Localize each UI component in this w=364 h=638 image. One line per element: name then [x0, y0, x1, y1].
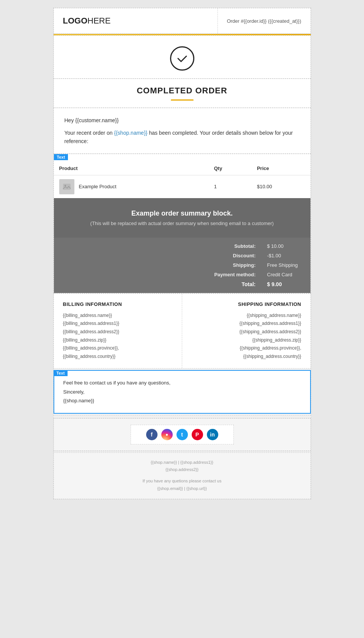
facebook-icon[interactable]: f [146, 429, 158, 440]
checkmark-icon [170, 46, 194, 71]
order-section: Text Product Qty Price [54, 154, 311, 293]
billing-name: {{billing_address.name}} [63, 312, 173, 320]
billing-address1: {{billing_address.address1}} [63, 320, 173, 328]
greeting-hey: Hey {{customer.name}} [65, 117, 300, 123]
product-qty: 1 [209, 175, 252, 198]
col-price-header: Price [252, 162, 310, 175]
footer-line4: {{shop.email}} | {{shop.url}} [60, 485, 304, 493]
overlay-subtitle: (This will be replaced with actual order… [61, 221, 303, 226]
section-divider [54, 415, 311, 418]
col-qty-header: Qty [209, 162, 252, 175]
page-title: COMPLETED ORDER [63, 86, 301, 96]
shipping-title: SHIPPING INFORMATION [191, 301, 301, 307]
footer-line3: If you have any quetions please contact … [60, 477, 304, 485]
shipping-country: {{shipping_address.country}} [191, 353, 301, 361]
social-icons-wrapper: f ● t P in [131, 425, 234, 444]
discount-label: Discount: [210, 253, 256, 258]
logo-here: HERE [87, 16, 110, 26]
billing-country: {{billing_address.country}} [63, 353, 173, 361]
contact-line: Feel free to contact us if you have any … [63, 378, 301, 387]
order-id-text: Order #{{order.id}} ({{created_at}}) [227, 18, 301, 24]
order-text-badge: Text [54, 154, 68, 160]
billing-province: {{billing_address.province}}, [63, 344, 173, 353]
billing-col: BILLING INFORMATION {{billing_address.na… [54, 294, 183, 369]
overlay-title: Example order summary block. [61, 210, 303, 217]
shipping-address2: {{shipping_address.address2}} [191, 328, 301, 336]
social-icons-row: f ● t P in [146, 429, 218, 440]
footer-line1: {{shop.name}} | {{shop.address1}} [60, 459, 304, 466]
product-price: $10.00 [252, 175, 310, 198]
instagram-icon[interactable]: ● [161, 429, 173, 440]
header-logo: LOGO HERE [54, 8, 218, 33]
shipping-address1: {{shipping_address.address1}} [191, 320, 301, 328]
text-block-wrapper: Text Feel free to contact us if you have… [54, 370, 311, 413]
footer-section: {{shop.name}} | {{shop.address1}} {{shop… [54, 452, 311, 499]
twitter-icon[interactable]: t [176, 429, 188, 440]
subtotal-label: Subtotal: [210, 243, 256, 249]
payment-value: Credit Card [267, 272, 305, 277]
pinterest-icon[interactable]: P [192, 429, 203, 440]
social-section: f ● t P in [54, 418, 311, 451]
title-section: COMPLETED ORDER [54, 79, 311, 108]
discount-row: Discount: -$1.00 [59, 251, 305, 260]
order-table: Product Qty Price [54, 162, 310, 198]
shipping-label: Shipping: [210, 262, 256, 268]
linkedin-icon[interactable]: in [207, 429, 218, 440]
payment-row: Payment method: Credit Card [59, 270, 305, 279]
shop-name-line: {{shop.name}} [63, 396, 301, 405]
text-block-badge: Text [54, 370, 68, 376]
logo-bold: LOGO [63, 16, 88, 26]
shop-name-link: {{shop.name}} [114, 130, 148, 136]
table-row: Example Product 1 $10.00 [54, 175, 310, 198]
shipping-province: {{shipping_address.province}}, [191, 344, 301, 353]
product-name: Example Product [79, 184, 117, 189]
sincerely-line: Sincerely, [63, 388, 301, 396]
svg-point-1 [65, 185, 66, 186]
subtotal-row: Subtotal: $ 10.00 [59, 241, 305, 251]
greeting-body: Your recent order on {{shop.name}} has b… [65, 129, 300, 146]
header-order: Order #{{order.id}} ({{created_at}}) [218, 8, 310, 33]
col-product-header: Product [54, 162, 209, 175]
summary-rows: Subtotal: $ 10.00 Discount: -$1.00 Shipp… [54, 238, 310, 293]
subtotal-value: $ 10.00 [267, 243, 305, 249]
footer-line2: {{shop.address2}} [60, 466, 304, 474]
address-section: BILLING INFORMATION {{billing_address.na… [54, 293, 311, 369]
product-image [59, 179, 74, 194]
product-cell: Example Product [54, 175, 209, 198]
example-overlay: Example order summary block. (This will … [54, 198, 310, 238]
billing-address2: {{billing_address.address2}} [63, 328, 173, 336]
discount-value: -$1.00 [267, 253, 305, 258]
shipping-value: Free Shipping [267, 262, 305, 268]
shipping-name: {{shipping_address.name}} [191, 312, 301, 320]
shipping-row: Shipping: Free Shipping [59, 260, 305, 270]
header-section: LOGO HERE Order #{{order.id}} ({{created… [54, 8, 311, 34]
total-value: $ 9.00 [267, 281, 305, 287]
shipping-col: SHIPPING INFORMATION {{shipping_address.… [182, 294, 310, 369]
billing-zip: {{billing_address.zip}} [63, 336, 173, 345]
text-block-content: Feel free to contact us if you have any … [54, 371, 310, 413]
text-block-section: Feel free to contact us if you have any … [54, 370, 311, 413]
svg-rect-0 [63, 184, 71, 190]
total-label: Total: [210, 281, 256, 287]
billing-title: BILLING INFORMATION [63, 301, 173, 307]
checkmark-section [54, 35, 311, 79]
greeting-section: Hey {{customer.name}} Your recent order … [54, 108, 311, 154]
shipping-zip: {{shipping_address.zip}} [191, 336, 301, 345]
greeting-body-part1: Your recent order on [65, 130, 114, 136]
payment-label: Payment method: [210, 272, 256, 277]
total-row: Total: $ 9.00 [59, 279, 305, 289]
